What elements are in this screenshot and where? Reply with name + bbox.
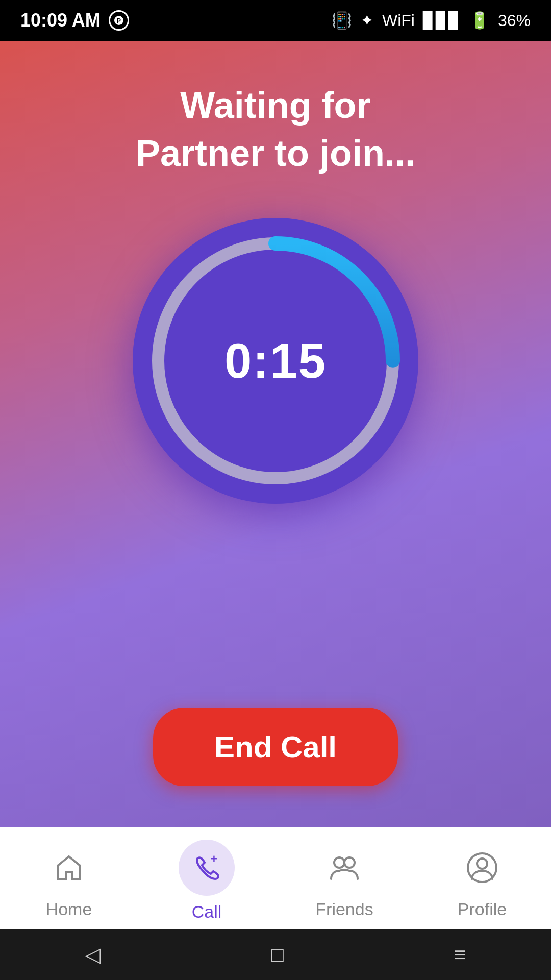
call-icon: + [190, 851, 223, 884]
end-call-button[interactable]: End Call [153, 708, 398, 786]
home-label: Home [46, 899, 92, 919]
profile-label: Profile [458, 899, 507, 919]
status-bar: 10:09 AM P 📳 ✦ WiFi ▊▊▊ 🔋 36% [0, 0, 551, 41]
time-display: 10:09 AM [20, 10, 101, 31]
home-icon-wrap [43, 842, 94, 893]
android-nav: ◁ □ ≡ [0, 929, 551, 980]
svg-point-5 [334, 857, 344, 868]
status-time: 10:09 AM P [20, 10, 129, 31]
svg-point-6 [344, 857, 355, 868]
nav-item-profile[interactable]: Profile [413, 842, 551, 919]
call-label: Call [192, 902, 222, 922]
battery-icon: 🔋 [469, 11, 490, 30]
friends-icon-wrap [319, 842, 370, 893]
nfc-icon: ✦ [360, 11, 374, 30]
profile-icon-wrap [457, 842, 508, 893]
app-icon: P [109, 10, 129, 31]
profile-icon [466, 851, 498, 884]
nav-item-home[interactable]: Home [0, 842, 138, 919]
vibrate-icon: 📳 [332, 11, 352, 30]
battery-level: 36% [498, 11, 531, 30]
timer-display: 0:15 [224, 333, 327, 389]
friends-icon [328, 851, 361, 884]
svg-point-8 [477, 859, 487, 869]
timer-container: 0:15 [133, 218, 418, 504]
status-icons: 📳 ✦ WiFi ▊▊▊ 🔋 36% [332, 11, 531, 30]
home-button[interactable]: □ [271, 943, 284, 966]
nav-item-friends[interactable]: Friends [276, 842, 413, 919]
recents-button[interactable]: ≡ [454, 943, 466, 966]
friends-label: Friends [315, 899, 373, 919]
home-icon [53, 851, 85, 884]
back-button[interactable]: ◁ [85, 943, 101, 966]
main-content: Waiting forPartner to join... 0:15 End C… [0, 41, 551, 827]
call-icon-wrap: + [179, 840, 235, 896]
svg-text:+: + [211, 852, 217, 865]
nav-item-call[interactable]: + Call [138, 840, 276, 922]
waiting-text: Waiting forPartner to join... [136, 82, 415, 177]
bottom-nav: Home + Call Friends [0, 827, 551, 929]
wifi-icon: WiFi [382, 11, 415, 30]
svg-text:P: P [117, 17, 121, 24]
signal-icon: ▊▊▊ [423, 11, 461, 30]
